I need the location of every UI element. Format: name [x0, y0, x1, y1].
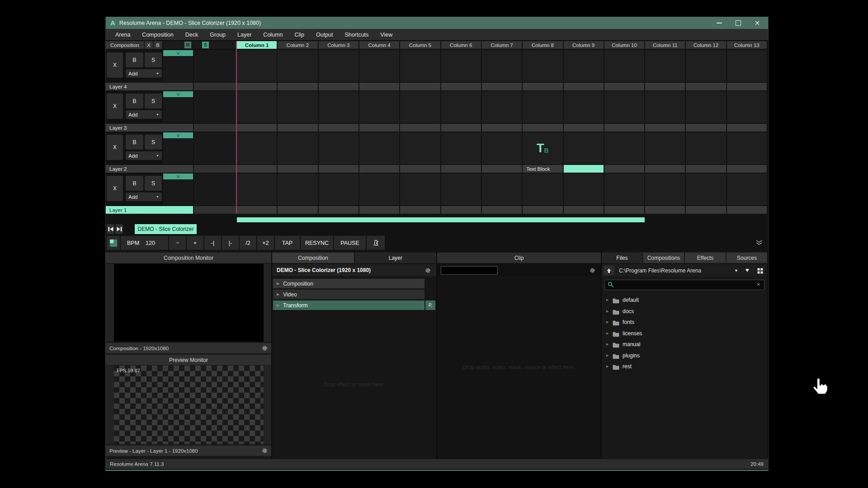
- clip-name-field[interactable]: [441, 266, 498, 275]
- clip-cell[interactable]: [604, 91, 644, 123]
- composition-mute-button[interactable]: M: [184, 42, 191, 48]
- menu-layer[interactable]: Layer: [231, 32, 257, 38]
- clip-label-cell[interactable]: [359, 165, 399, 173]
- layer-name[interactable]: Layer 2: [106, 165, 193, 173]
- expand-arrow-icon[interactable]: ▶: [606, 354, 609, 357]
- favorites-button[interactable]: ♥: [745, 267, 749, 273]
- column-header-11[interactable]: Column 11: [645, 41, 685, 49]
- clip-label-cell[interactable]: [441, 206, 481, 214]
- clip-cell[interactable]: [319, 174, 359, 205]
- preview-monitor-settings-button[interactable]: [262, 448, 268, 455]
- expand-arrow-icon[interactable]: ▶: [606, 310, 609, 313]
- clip-cell[interactable]: [319, 132, 359, 164]
- clip-cell[interactable]: [237, 50, 277, 82]
- menu-column[interactable]: Column: [257, 32, 288, 38]
- clip-cell[interactable]: [400, 50, 440, 82]
- layer-bypass-button[interactable]: B: [126, 176, 143, 191]
- clip-cell[interactable]: [441, 91, 481, 123]
- expand-arrow-icon[interactable]: ▶: [277, 282, 279, 286]
- bpm-display[interactable]: BPM 120: [121, 236, 168, 250]
- clip-cell[interactable]: [278, 91, 317, 123]
- path-dropdown-caret-icon[interactable]: ▼: [734, 268, 738, 273]
- clip-cell[interactable]: [319, 91, 359, 123]
- clip-cell[interactable]: [645, 50, 685, 82]
- section-video[interactable]: ▶Video: [273, 290, 425, 299]
- clip-label-cell[interactable]: [237, 124, 277, 131]
- column-header-3[interactable]: Column 3: [319, 41, 359, 49]
- clip-label-cell[interactable]: [278, 124, 317, 131]
- clip-cell[interactable]: [482, 132, 522, 164]
- clip-cell[interactable]: [564, 91, 604, 123]
- column-header-5[interactable]: Column 5: [400, 41, 440, 49]
- clip-cell[interactable]: [604, 132, 644, 164]
- clip-label-cell[interactable]: [278, 83, 317, 90]
- clip-label-cell[interactable]: [727, 165, 767, 173]
- clip-cell[interactable]: [400, 174, 440, 205]
- clip-label-cell[interactable]: [482, 124, 522, 131]
- resync-button[interactable]: RESYNC: [301, 236, 333, 250]
- nudge-up-button[interactable]: |-: [222, 236, 239, 250]
- clip-label-cell[interactable]: [604, 206, 644, 214]
- menu-deck[interactable]: Deck: [179, 32, 204, 38]
- clip-cell[interactable]: TB: [523, 132, 562, 164]
- search-input[interactable]: ✕: [604, 280, 764, 290]
- clip-label-cell[interactable]: [237, 83, 277, 90]
- clip-cell[interactable]: [604, 50, 644, 82]
- composition-header-button[interactable]: Composition: [106, 41, 144, 49]
- clip-label-cell[interactable]: [441, 165, 481, 173]
- clip-cell[interactable]: [727, 50, 767, 82]
- clip-label-cell[interactable]: [400, 83, 440, 90]
- clip-cell[interactable]: [441, 174, 481, 205]
- view-mode-button[interactable]: [757, 267, 763, 276]
- expand-arrow-icon[interactable]: ▶: [277, 292, 279, 296]
- clip-cell[interactable]: [727, 132, 767, 164]
- clip-cell[interactable]: [564, 174, 604, 205]
- menu-clip[interactable]: Clip: [288, 32, 310, 38]
- clip-cell[interactable]: [441, 132, 481, 164]
- clip-settings-button[interactable]: [590, 267, 595, 275]
- composition-bypass-button[interactable]: B: [154, 41, 162, 49]
- preview-monitor-header[interactable]: Preview Monitor: [106, 355, 271, 365]
- layer-clear-button[interactable]: X: [107, 135, 123, 160]
- clip-label-cell[interactable]: [319, 124, 359, 131]
- clip-cell[interactable]: [645, 132, 685, 164]
- column-header-4[interactable]: Column 4: [359, 41, 399, 49]
- folder-row-plugins[interactable]: ▶plugins: [602, 350, 767, 361]
- clip-cell[interactable]: [400, 91, 440, 123]
- layer-solo-button[interactable]: S: [145, 135, 162, 150]
- column-header-9[interactable]: Column 9: [564, 41, 604, 49]
- layer-name[interactable]: Layer 1: [106, 206, 193, 214]
- layer-active-clip-slot[interactable]: V: [163, 174, 193, 205]
- clip-cell[interactable]: [278, 174, 317, 205]
- playing-clip-label[interactable]: [564, 165, 604, 173]
- column-header-6[interactable]: Column 6: [441, 41, 481, 49]
- clip-cell[interactable]: [482, 50, 522, 82]
- clip-cell[interactable]: [319, 50, 359, 82]
- clip-label-cell[interactable]: [359, 83, 399, 90]
- clip-label-cell[interactable]: [523, 206, 562, 214]
- deck-tab[interactable]: DEMO - Slice Colorizer: [135, 224, 197, 234]
- layer-clear-button[interactable]: X: [107, 94, 123, 119]
- folder-row-licenses[interactable]: ▶licenses: [602, 328, 767, 339]
- clip-cell[interactable]: [237, 91, 277, 123]
- pickup-badge[interactable]: P,: [425, 300, 435, 310]
- clip-cell[interactable]: [523, 91, 562, 123]
- clip-label-cell[interactable]: [441, 83, 481, 90]
- clip-cell[interactable]: [564, 132, 604, 164]
- clip-label-cell[interactable]: [645, 165, 685, 173]
- clip-cell[interactable]: [564, 50, 604, 82]
- minimize-button[interactable]: [717, 23, 722, 23]
- menu-output[interactable]: Output: [310, 32, 339, 38]
- clip-cell[interactable]: [727, 174, 767, 205]
- composition-settings-button[interactable]: [425, 267, 431, 275]
- maximize-button[interactable]: [736, 20, 741, 26]
- clip-label-cell[interactable]: [523, 83, 562, 90]
- composition-clear-button[interactable]: X: [145, 41, 153, 49]
- expand-arrow-icon[interactable]: ▶: [606, 320, 609, 324]
- expand-arrow-icon[interactable]: ▶: [277, 303, 279, 307]
- expand-arrow-icon[interactable]: ▶: [606, 365, 609, 368]
- column-header-8[interactable]: Column 8: [523, 41, 562, 49]
- expand-arrow-icon[interactable]: ▶: [606, 298, 609, 302]
- column-header-2[interactable]: Column 2: [278, 41, 317, 49]
- clip-cell[interactable]: [686, 174, 726, 205]
